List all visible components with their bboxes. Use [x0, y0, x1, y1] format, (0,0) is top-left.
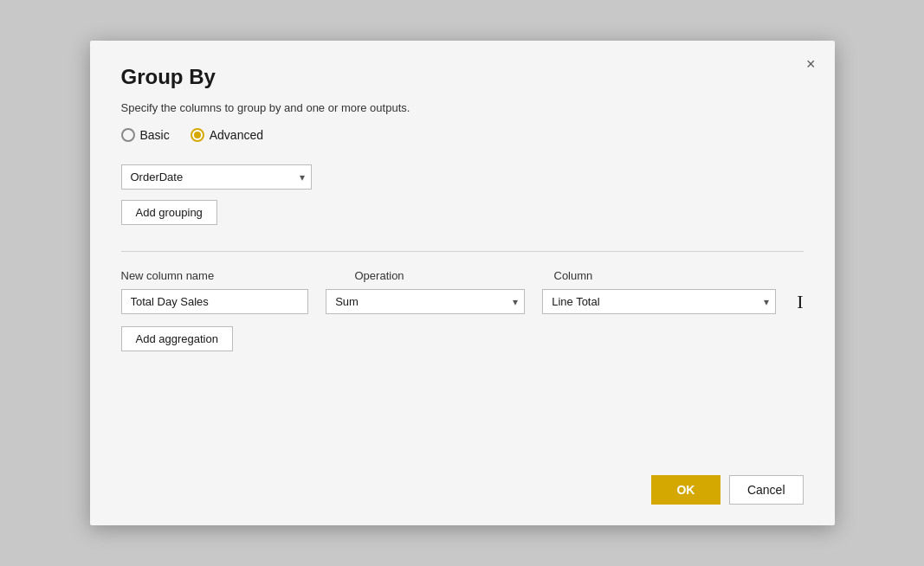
agg-header-name: New column name	[121, 269, 338, 282]
grouping-section: OrderDate SalesOrderNumber ProductKey Ad…	[121, 164, 804, 225]
aggregation-headers: New column name Operation Column	[121, 269, 804, 282]
radio-advanced-label: Advanced	[210, 128, 263, 142]
ok-button[interactable]: OK	[651, 475, 720, 505]
radio-basic-input[interactable]	[121, 128, 135, 142]
column-select[interactable]: Line Total OrderDate SalesAmount UnitPri…	[542, 289, 776, 314]
cancel-button[interactable]: Cancel	[729, 475, 804, 505]
radio-basic-label: Basic	[140, 128, 170, 142]
add-grouping-button[interactable]: Add grouping	[121, 200, 217, 225]
add-aggregation-button[interactable]: Add aggregation	[121, 326, 233, 351]
radio-group: Basic Advanced	[121, 128, 804, 142]
section-divider	[121, 251, 804, 252]
grouping-select-wrapper: OrderDate SalesOrderNumber ProductKey	[121, 164, 312, 190]
agg-header-column: Column	[554, 269, 788, 282]
cursor-indicator: I	[797, 291, 803, 313]
new-column-name-input[interactable]	[121, 289, 309, 314]
radio-advanced[interactable]: Advanced	[191, 128, 263, 142]
operation-select[interactable]: Sum Average Min Max Count Count Distinct	[326, 289, 525, 314]
dialog-title: Group By	[121, 65, 804, 89]
grouping-select[interactable]: OrderDate SalesOrderNumber ProductKey	[121, 164, 312, 190]
radio-advanced-input[interactable]	[191, 128, 204, 142]
agg-header-operation: Operation	[355, 269, 554, 282]
grouping-row: OrderDate SalesOrderNumber ProductKey	[121, 164, 804, 190]
close-button[interactable]: ×	[801, 53, 821, 75]
add-aggregation-wrapper: Add aggregation	[121, 326, 804, 351]
group-by-dialog: × Group By Specify the columns to group …	[90, 41, 835, 525]
dialog-subtitle: Specify the columns to group by and one …	[121, 101, 804, 114]
footer-actions: OK Cancel	[121, 441, 804, 505]
radio-basic[interactable]: Basic	[121, 128, 170, 142]
aggregation-row: Sum Average Min Max Count Count Distinct…	[121, 289, 804, 314]
operation-select-wrapper: Sum Average Min Max Count Count Distinct	[326, 289, 525, 314]
column-select-wrapper: Line Total OrderDate SalesAmount UnitPri…	[542, 289, 776, 314]
